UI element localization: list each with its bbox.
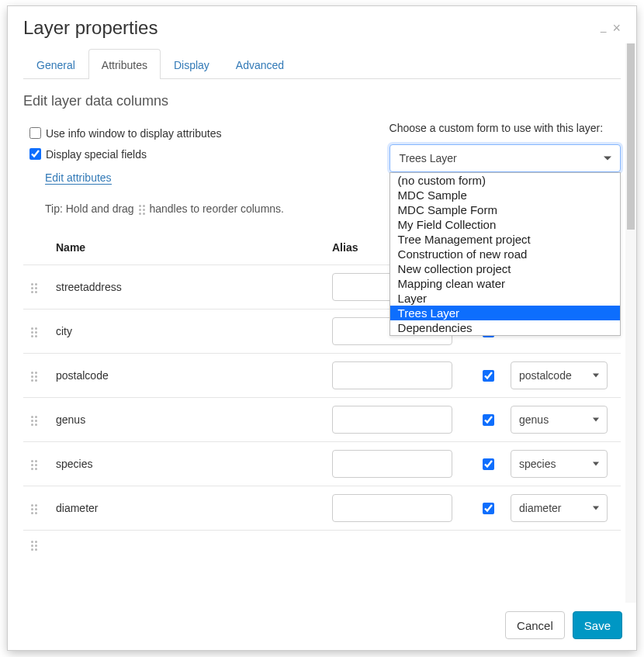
table-row-cut <box>23 531 621 552</box>
chevron-down-icon <box>593 418 599 422</box>
info-window-checkbox[interactable] <box>29 127 41 139</box>
chevron-down-icon <box>593 507 599 510</box>
alias-input[interactable] <box>332 406 452 434</box>
table-row: diameterdiameter <box>23 486 621 531</box>
dropdown-option[interactable]: MDC Sample Form <box>390 202 620 217</box>
alias-input[interactable] <box>332 494 452 522</box>
dropdown-option[interactable]: My Field Collection <box>390 217 620 232</box>
special-fields-checkbox[interactable] <box>29 148 41 160</box>
field-mapping-select[interactable]: species <box>511 450 608 478</box>
custom-form-selected: Trees Layer <box>400 152 457 164</box>
drag-handle-icon[interactable] <box>31 416 37 426</box>
column-header-name: Name <box>50 228 326 265</box>
save-button[interactable]: Save <box>573 611 622 639</box>
column-name: streetaddress <box>50 265 326 309</box>
table-row: postalcodepostalcode <box>23 354 621 398</box>
info-window-label: Use info window to display attributes <box>46 127 221 140</box>
layer-properties-dialog: Layer properties – × General Attributes … <box>8 6 636 650</box>
custom-form-dropdown[interactable]: (no custom form)MDC SampleMDC Sample For… <box>390 172 621 336</box>
dialog-footer: Cancel Save <box>8 603 636 650</box>
column-name: postalcode <box>50 354 326 398</box>
dropdown-option[interactable]: (no custom form) <box>390 173 620 188</box>
tab-display[interactable]: Display <box>161 49 223 79</box>
dialog-body: General Attributes Display Advanced Edit… <box>8 43 636 603</box>
tabs: General Attributes Display Advanced <box>23 48 621 79</box>
chevron-down-icon <box>593 462 599 466</box>
dropdown-option[interactable]: New collection project <box>390 261 620 276</box>
field-mapping-select[interactable]: genus <box>511 406 608 434</box>
column-name: genus <box>50 398 326 442</box>
dropdown-option[interactable]: MDC Sample <box>390 188 620 202</box>
tab-attributes[interactable]: Attributes <box>88 49 161 79</box>
column-name: species <box>50 442 326 486</box>
field-mapping-value: postalcode <box>519 369 572 382</box>
alias-input[interactable] <box>332 361 452 389</box>
dropdown-option[interactable]: Dependencies <box>390 320 620 335</box>
tip-suffix: handles to reorder columns. <box>149 202 284 215</box>
scrollbar-thumb[interactable] <box>627 43 635 230</box>
dropdown-option[interactable]: Tree Management project <box>390 232 620 247</box>
chevron-down-icon <box>604 157 611 161</box>
row-visible-checkbox[interactable] <box>483 458 494 470</box>
dialog-content: General Attributes Display Advanced Edit… <box>8 43 625 603</box>
dropdown-option[interactable]: Mapping clean water <box>390 276 620 291</box>
dialog-titlebar: Layer properties – × <box>8 6 636 43</box>
row-visible-checkbox[interactable] <box>483 370 494 382</box>
close-icon[interactable]: × <box>612 21 621 35</box>
field-mapping-select[interactable]: diameter <box>511 494 608 522</box>
scrollbar-track[interactable] <box>625 43 636 603</box>
custom-form-select[interactable]: Trees Layer <box>390 144 621 172</box>
drag-handle-icon[interactable] <box>31 504 37 514</box>
alias-input[interactable] <box>332 450 452 478</box>
chevron-down-icon <box>593 374 599 378</box>
drag-handle-icon[interactable] <box>31 541 37 551</box>
drag-handle-icon[interactable] <box>31 283 37 293</box>
minimize-icon[interactable]: – <box>601 26 607 36</box>
drag-handle-icon <box>139 205 145 215</box>
dialog-title: Layer properties <box>23 17 594 39</box>
section-title: Edit layer data columns <box>23 93 621 109</box>
field-mapping-value: diameter <box>519 502 561 514</box>
tab-general[interactable]: General <box>23 49 88 79</box>
cancel-button[interactable]: Cancel <box>505 611 565 639</box>
tab-advanced[interactable]: Advanced <box>223 49 297 79</box>
drag-handle-icon[interactable] <box>31 327 37 337</box>
dropdown-option[interactable]: Layer <box>390 291 620 306</box>
tip-prefix: Tip: Hold and drag <box>45 202 137 215</box>
table-row: genusgenus <box>23 398 621 442</box>
drag-handle-icon[interactable] <box>31 372 37 382</box>
column-name: city <box>50 309 326 354</box>
field-mapping-value: species <box>519 458 556 470</box>
drag-handle-icon[interactable] <box>31 460 37 470</box>
special-fields-label: Display special fields <box>46 148 147 161</box>
reorder-tip: Tip: Hold and drag handles to reorder co… <box>45 200 309 217</box>
field-mapping-value: genus <box>519 413 549 426</box>
column-name: diameter <box>50 486 326 531</box>
dropdown-option[interactable]: Trees Layer <box>390 306 620 320</box>
table-row: speciesspecies <box>23 442 621 486</box>
row-visible-checkbox[interactable] <box>483 414 494 426</box>
dropdown-option[interactable]: Construction of new road <box>390 247 620 261</box>
field-mapping-select[interactable]: postalcode <box>511 361 608 389</box>
row-visible-checkbox[interactable] <box>483 503 494 514</box>
edit-attributes-link[interactable]: Edit attributes <box>45 171 112 185</box>
custom-form-label: Choose a custom form to use with this la… <box>390 120 621 137</box>
